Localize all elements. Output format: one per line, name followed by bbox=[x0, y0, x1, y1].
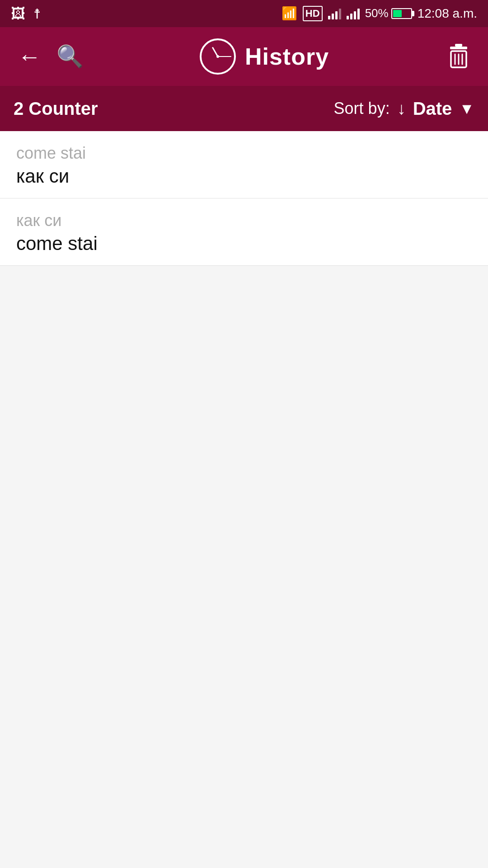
cast-icon: 📶 bbox=[282, 6, 297, 21]
status-time: 12:08 a.m. bbox=[418, 6, 477, 21]
sort-value: Date bbox=[413, 99, 452, 119]
svg-rect-1 bbox=[455, 44, 462, 47]
hd-badge: HD bbox=[303, 6, 323, 22]
history-item-source: come stai bbox=[16, 144, 472, 163]
clock-icon bbox=[200, 38, 236, 75]
history-list: come stai как си как си come stai bbox=[0, 131, 488, 266]
status-bar: 🖼 ☨ 📶 HD 50% bbox=[0, 0, 488, 27]
signal-icon-1 bbox=[328, 8, 341, 19]
filter-bar: 2 Counter Sort by: ↓ Date ▼ bbox=[0, 86, 488, 131]
clock-center-dot bbox=[216, 55, 219, 58]
back-arrow-icon: ← bbox=[18, 45, 41, 68]
app-header: ← 🔍 History bbox=[0, 27, 488, 86]
status-bar-left: 🖼 ☨ bbox=[11, 5, 41, 22]
search-icon: 🔍 bbox=[56, 44, 84, 69]
history-item-translation: как си bbox=[16, 165, 472, 187]
image-icon: 🖼 bbox=[11, 5, 25, 22]
clock-minute-hand bbox=[218, 56, 231, 57]
signal-icon-2 bbox=[347, 8, 360, 19]
history-item-translation: come stai bbox=[16, 233, 472, 255]
counter-label: 2 Counter bbox=[14, 99, 98, 119]
page-title: History bbox=[245, 43, 329, 70]
status-bar-right: 📶 HD 50% 12:08 a.m. bbox=[282, 6, 477, 22]
back-button[interactable]: ← bbox=[14, 45, 45, 68]
sort-direction-icon: ↓ bbox=[397, 99, 406, 118]
sort-area[interactable]: Sort by: ↓ Date ▼ bbox=[334, 99, 474, 119]
battery-percent: 50% bbox=[365, 6, 389, 20]
battery-indicator: 50% bbox=[365, 6, 412, 20]
delete-history-button[interactable] bbox=[443, 43, 474, 70]
usb-icon: ☨ bbox=[33, 6, 41, 22]
header-title-area: History bbox=[95, 38, 434, 75]
list-item[interactable]: как си come stai bbox=[0, 198, 488, 266]
history-item-source: как си bbox=[16, 211, 472, 230]
search-button[interactable]: 🔍 bbox=[54, 44, 86, 69]
trash-icon bbox=[446, 43, 471, 70]
battery-icon bbox=[391, 8, 412, 19]
sort-by-label: Sort by: bbox=[334, 99, 390, 118]
list-item[interactable]: come stai как си bbox=[0, 131, 488, 198]
sort-dropdown-icon[interactable]: ▼ bbox=[459, 100, 474, 118]
svg-rect-0 bbox=[450, 47, 467, 49]
